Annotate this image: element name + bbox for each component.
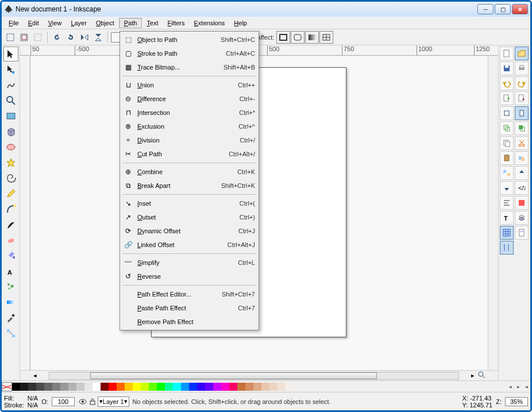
affect-pattern-button[interactable] [319, 31, 333, 44]
duplicate-button[interactable] [500, 121, 514, 135]
menu-item-inset[interactable]: ↘InsetCtrl+( [120, 197, 259, 210]
rectangle-tool[interactable] [3, 109, 18, 124]
guides-button[interactable] [500, 241, 514, 255]
bucket-tool[interactable] [3, 248, 18, 263]
color-swatch[interactable] [229, 383, 237, 391]
lower-button[interactable] [500, 181, 514, 195]
palette-menu[interactable]: ◂ [522, 384, 530, 390]
menu-item-simplify[interactable]: 〰SimplifyCtrl+L [120, 256, 259, 269]
zoom-tool[interactable] [3, 93, 18, 108]
copy-button[interactable] [500, 136, 514, 150]
print-button[interactable] [515, 61, 529, 75]
close-button[interactable]: ✕ [512, 4, 528, 14]
clone-button[interactable] [515, 121, 529, 135]
menu-item-linked-offset[interactable]: 🔗Linked OffsetCtrl+Alt+J [120, 238, 259, 252]
color-swatch[interactable] [44, 383, 52, 391]
horizontal-scrollbar[interactable]: ◂ ▸ [30, 371, 477, 380]
color-swatch[interactable] [205, 383, 213, 391]
menu-item-path-effect-editor-[interactable]: Path Effect Editor...Shift+Ctrl+7 [120, 287, 259, 301]
zoom-icon[interactable] [477, 371, 487, 380]
cut-button[interactable] [515, 136, 529, 150]
color-swatch[interactable] [52, 383, 60, 391]
vertical-scrollbar[interactable] [488, 56, 498, 370]
menu-filters[interactable]: Filters [163, 18, 190, 28]
menu-item-paste-path-effect[interactable]: Paste Path EffectCtrl+7 [120, 301, 259, 315]
menu-item-exclusion[interactable]: ⊗ExclusionCtrl+^ [120, 120, 259, 133]
open-doc-button[interactable] [515, 47, 529, 60]
color-swatch[interactable] [20, 383, 28, 391]
menu-item-remove-path-effect[interactable]: Remove Path Effect [120, 315, 259, 329]
export-button[interactable] [515, 91, 529, 105]
color-swatch[interactable] [189, 383, 197, 391]
color-swatch[interactable] [60, 383, 68, 391]
gradient-tool[interactable] [3, 295, 18, 310]
box3d-tool[interactable] [3, 124, 18, 139]
color-swatch[interactable] [92, 383, 101, 391]
menu-item-cut-path[interactable]: ✂Cut PathCtrl+Alt+/ [120, 147, 259, 161]
vertical-ruler[interactable] [20, 56, 30, 370]
menu-help[interactable]: Help [229, 18, 252, 28]
color-swatch[interactable] [197, 383, 205, 391]
color-swatch[interactable] [117, 383, 125, 391]
spray-tool[interactable] [3, 279, 18, 294]
color-swatch[interactable] [141, 383, 149, 391]
zoom-page-button[interactable] [515, 106, 529, 120]
xml-editor-button[interactable]: </> [515, 181, 529, 195]
zoom-input[interactable] [505, 397, 528, 406]
undo-button[interactable] [500, 76, 514, 90]
color-swatch[interactable] [84, 383, 92, 391]
minimize-button[interactable]: ─ [477, 4, 494, 14]
paste-button[interactable] [500, 151, 514, 165]
menu-item-division[interactable]: ÷DivisionCtrl+/ [120, 133, 259, 147]
color-swatch[interactable] [125, 383, 133, 391]
lock-toggle[interactable] [88, 398, 97, 406]
color-swatch[interactable] [253, 383, 261, 391]
menu-extensions[interactable]: Extensions [190, 18, 230, 28]
color-swatch[interactable] [12, 383, 20, 391]
menu-view[interactable]: View [44, 18, 67, 28]
menu-item-union[interactable]: ⊔UnionCtrl++ [120, 78, 259, 92]
menu-object[interactable]: Object [91, 18, 119, 28]
color-swatch[interactable] [165, 383, 173, 391]
layer-select[interactable]: ▾ Layer 1 ▾ [98, 396, 129, 407]
spiral-tool[interactable] [3, 171, 18, 186]
redo-button[interactable] [515, 76, 529, 90]
color-swatch[interactable] [68, 383, 76, 391]
visibility-toggle[interactable] [78, 398, 87, 406]
rotate-cw-button[interactable] [64, 31, 77, 44]
palette-scroll-left[interactable]: ◂ [506, 384, 514, 390]
flip-v-button[interactable] [92, 31, 105, 44]
bezier-tool[interactable] [3, 202, 18, 217]
color-swatch[interactable] [213, 383, 221, 391]
group-button[interactable] [515, 151, 529, 165]
select-all-layers-button[interactable] [18, 31, 30, 44]
star-tool[interactable] [3, 155, 18, 170]
horizontal-ruler[interactable]: 50-500050075010001250 [20, 45, 498, 56]
layers-button[interactable] [515, 211, 529, 225]
color-swatch[interactable] [149, 383, 157, 391]
color-swatch[interactable] [101, 383, 109, 391]
color-swatch[interactable] [157, 383, 165, 391]
maximize-button[interactable]: ▢ [495, 4, 511, 14]
menu-item-difference[interactable]: ⊖DifferenceCtrl+- [120, 92, 259, 106]
affect-gradient-button[interactable] [305, 31, 319, 44]
raise-button[interactable] [515, 166, 529, 180]
import-button[interactable] [500, 91, 514, 105]
affect-stroke-button[interactable] [276, 31, 290, 44]
node-tool[interactable] [3, 62, 18, 77]
calligraphy-tool[interactable] [3, 217, 18, 232]
color-swatch[interactable] [109, 383, 117, 391]
flip-h-button[interactable] [78, 31, 91, 44]
color-swatch[interactable] [28, 383, 36, 391]
save-button[interactable] [500, 61, 514, 75]
color-swatch[interactable] [76, 383, 84, 391]
color-swatch[interactable] [277, 383, 286, 391]
color-swatch[interactable] [181, 383, 189, 391]
no-fill-swatch[interactable] [2, 382, 12, 391]
tweak-tool[interactable] [3, 78, 18, 93]
color-swatch[interactable] [261, 383, 269, 391]
menu-item-intersection[interactable]: ⊓IntersectionCtrl+* [120, 106, 259, 120]
color-swatch[interactable] [173, 383, 181, 391]
opacity-input[interactable] [52, 397, 75, 406]
color-swatch[interactable] [237, 383, 245, 391]
